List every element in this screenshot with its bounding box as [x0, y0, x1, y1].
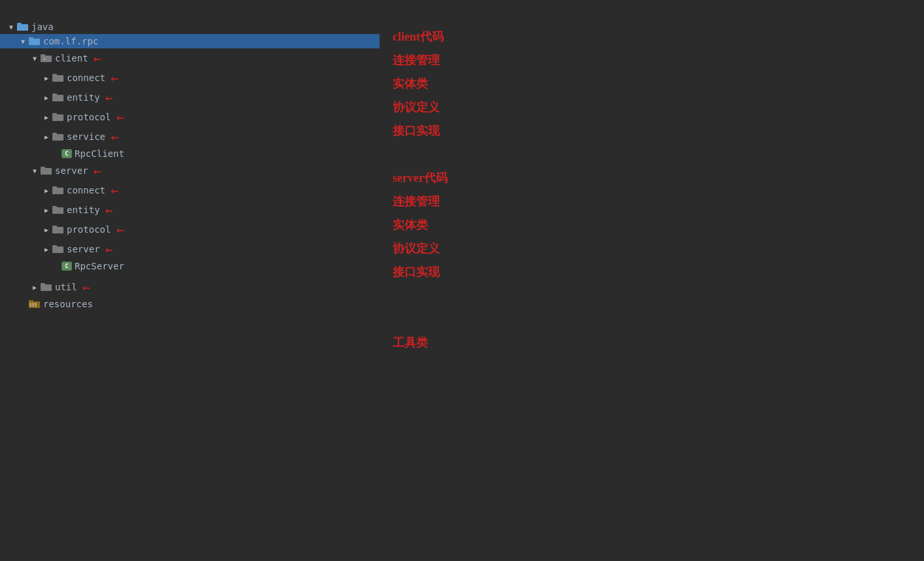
svg-rect-9	[52, 95, 63, 101]
tree-item-server-connect[interactable]: connect ←	[0, 180, 380, 200]
tree-label-java: java	[31, 22, 54, 32]
spacer-rpcclient	[393, 144, 911, 167]
tree-item-client-connect[interactable]: connect ←	[0, 68, 380, 88]
folder-icon-client: •	[41, 54, 52, 63]
tree-label-client-protocol: protocol	[67, 112, 111, 122]
svg-rect-24	[52, 245, 57, 247]
tree-item-client-service[interactable]: service ←	[0, 127, 380, 146]
tree-item-util[interactable]: util ←	[0, 277, 380, 297]
annot-s-protocol-text: 协议定义	[393, 241, 440, 256]
tree-label-com-lf-rpc: com.lf.rpc	[43, 36, 98, 46]
class-icon-rpcserver: C	[62, 262, 72, 271]
tree-label-server-entity: entity	[67, 205, 100, 215]
folder-icon-java	[17, 22, 29, 31]
tree-item-resources[interactable]: resources	[0, 297, 380, 311]
tree-arrow-client-entity	[42, 93, 51, 102]
red-arrow-server-server: ←	[105, 241, 113, 257]
red-arrow-client-service: ←	[111, 129, 118, 144]
svg-rect-1	[17, 23, 22, 25]
spacer-gap	[393, 309, 911, 332]
svg-rect-0	[17, 24, 28, 31]
annot-entity: 实体类	[393, 73, 911, 97]
annot-util: 工具类	[393, 332, 911, 356]
annot-entity-text: 实体类	[393, 76, 428, 92]
red-arrow-client: ←	[94, 50, 101, 66]
red-arrow-util: ←	[82, 279, 90, 295]
annot-connect: 连接管理	[393, 50, 911, 73]
tree-arrow-client-connect	[42, 73, 51, 82]
tree-label-client: client	[55, 53, 88, 63]
annot-server-text: server代码	[393, 170, 448, 186]
red-arrow-client-protocol: ←	[116, 109, 124, 125]
svg-rect-29	[29, 303, 31, 307]
tree-item-server-entity[interactable]: entity ←	[0, 200, 380, 220]
svg-rect-16	[41, 167, 45, 169]
tree-item-client[interactable]: • client ←	[0, 48, 380, 68]
tree-arrow-client-protocol	[42, 112, 51, 122]
tree-arrow-util	[30, 282, 39, 292]
svg-rect-21	[52, 227, 63, 233]
folder-icon-server-server	[52, 245, 64, 254]
tree-item-java[interactable]: java	[0, 20, 380, 34]
annot-s-connect: 连接管理	[393, 191, 911, 214]
red-arrow-server-entity: ←	[105, 202, 113, 218]
folder-icon-util	[41, 282, 52, 292]
annotation-rows: client代码 连接管理 实体类 协议定义 接口实现 server代码	[393, 20, 911, 356]
class-icon-rpcclient: C	[62, 149, 72, 158]
annot-service: 接口实现	[393, 120, 911, 144]
annot-s-protocol: 协议定义	[393, 238, 911, 262]
tree-item-rpcserver[interactable]: C RpcServer	[0, 259, 380, 273]
tree-arrow-server	[30, 166, 39, 175]
tree-label-rpcclient: RpcClient	[75, 148, 124, 159]
tree-item-client-protocol[interactable]: protocol ←	[0, 107, 380, 127]
tree-label-server-connect: connect	[67, 185, 105, 196]
svg-rect-5	[41, 54, 45, 56]
red-arrow-client-entity: ←	[105, 90, 113, 105]
tree-item-com-lf-rpc[interactable]: com.lf.rpc	[0, 34, 380, 48]
svg-rect-19	[52, 207, 63, 214]
tree-label-server-protocol: protocol	[67, 224, 111, 235]
folder-icon-client-entity	[52, 93, 64, 102]
tree-item-client-entity[interactable]: entity ←	[0, 88, 380, 107]
svg-rect-28	[29, 300, 33, 302]
annot-s-server: 接口实现	[393, 262, 911, 285]
svg-rect-31	[35, 303, 37, 307]
annot-client-text: client代码	[393, 29, 444, 44]
tree-item-rpcclient[interactable]: C RpcClient	[0, 146, 380, 161]
tree-arrow-server-protocol	[42, 225, 51, 234]
annot-s-entity: 实体类	[393, 214, 911, 238]
svg-rect-11	[52, 114, 63, 121]
annot-protocol: 协议定义	[393, 97, 911, 120]
red-arrow-server: ←	[94, 163, 101, 178]
annotation-panel: client代码 连接管理 实体类 协议定义 接口实现 server代码	[380, 13, 924, 548]
folder-icon-server-entity	[52, 205, 64, 214]
annot-server: server代码	[393, 167, 911, 191]
red-arrow-client-connect: ←	[111, 70, 118, 86]
tree-label-client-service: service	[67, 131, 105, 142]
tree-label-server-server: server	[67, 244, 100, 254]
svg-rect-14	[52, 133, 57, 135]
svg-rect-3	[29, 37, 33, 39]
annot-util-text: 工具类	[393, 335, 428, 350]
red-arrow-server-protocol: ←	[116, 222, 124, 237]
svg-rect-15	[41, 168, 52, 175]
annot-connect-text: 连接管理	[393, 52, 440, 68]
folder-icon-client-connect	[52, 73, 64, 82]
svg-rect-13	[52, 134, 63, 141]
tree-label-server: server	[55, 165, 88, 176]
tree-item-server[interactable]: server ←	[0, 161, 380, 180]
tree-label-rpcserver: RpcServer	[75, 261, 124, 271]
svg-rect-20	[52, 206, 57, 208]
annot-s-entity-text: 实体类	[393, 217, 428, 233]
file-tree: java com.lf.rpc • client	[0, 13, 380, 548]
svg-rect-18	[52, 186, 57, 188]
folder-icon-com-lf-rpc	[29, 37, 41, 46]
folder-icon-server	[41, 166, 52, 175]
svg-rect-30	[32, 303, 34, 307]
folder-icon-client-service	[52, 132, 64, 141]
annot-s-connect-text: 连接管理	[393, 194, 440, 209]
svg-rect-2	[29, 39, 40, 45]
tree-item-server-server[interactable]: server ←	[0, 239, 380, 259]
tree-item-server-protocol[interactable]: protocol ←	[0, 220, 380, 239]
svg-rect-4	[41, 56, 52, 62]
